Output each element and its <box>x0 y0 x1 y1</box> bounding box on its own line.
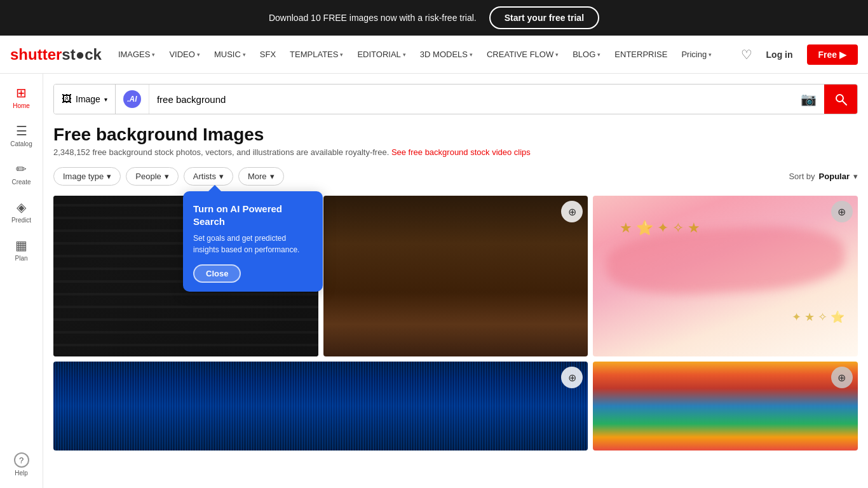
nav-editorial-chevron: ▾ <box>403 51 406 58</box>
filter-image-type-chevron: ▾ <box>107 172 111 181</box>
sidebar-item-predict[interactable]: ◈ Predict <box>0 194 43 229</box>
image-type-icon: 🖼 <box>62 93 72 105</box>
nav-pricing-chevron: ▾ <box>709 51 712 58</box>
create-icon: ✏ <box>16 161 27 177</box>
sidebar-item-help[interactable]: ? Help <box>0 447 43 482</box>
predict-icon: ◈ <box>17 200 26 215</box>
nav-video-chevron: ▾ <box>197 51 200 58</box>
search-type-chevron: ▾ <box>104 96 107 103</box>
wood-image <box>323 196 588 356</box>
filter-people[interactable]: People ▾ <box>126 167 178 186</box>
ai-search-badge[interactable]: .AI <box>116 85 149 114</box>
nav-3d-models[interactable]: 3D MODELS ▾ <box>415 46 478 63</box>
nav-3d-models-chevron: ▾ <box>470 51 473 58</box>
trial-button[interactable]: Start your free trial <box>489 6 599 29</box>
blue-image <box>53 362 588 451</box>
filter-more-chevron: ▾ <box>270 172 275 181</box>
sidebar: ⊞ Home ☰ Catalog ✏ Create ◈ Predict ▦ Pl… <box>0 74 43 488</box>
nav-music[interactable]: MUSIC ▾ <box>209 46 251 63</box>
tooltip-title: Turn on AI Powered Search <box>193 203 313 227</box>
image-grid: ⊕ ⊕ ★ ⭐ ✦ ✧ ★ ✦ ★ ✧ ⭐ ⊕ <box>53 196 858 451</box>
image-card-blue[interactable]: ⊕ <box>53 362 588 451</box>
page-title: Free background Images <box>53 125 858 145</box>
search-bar: 🖼 Image ▾ .AI 📷 <box>53 84 858 114</box>
image-card-pink[interactable]: ★ ⭐ ✦ ✧ ★ ✦ ★ ✧ ⭐ ⊕ <box>593 196 858 356</box>
nav-templates-chevron: ▾ <box>340 51 343 58</box>
top-banner: Download 10 FREE images now with a risk-… <box>0 0 868 36</box>
plan-icon: ▦ <box>15 238 27 253</box>
search-button[interactable] <box>824 85 857 114</box>
nav-music-chevron: ▾ <box>243 51 246 58</box>
nav-editorial[interactable]: EDITORIAL ▾ <box>352 46 410 63</box>
free-button[interactable]: Free ▶ <box>807 44 858 65</box>
logo-text: shutterst●ck <box>10 46 102 63</box>
sidebar-item-plan[interactable]: ▦ Plan <box>0 233 43 267</box>
nav-pricing[interactable]: Pricing ▾ <box>676 46 717 63</box>
nav-images-chevron: ▾ <box>152 51 155 58</box>
banner-message: Download 10 FREE images now with a risk-… <box>269 13 477 23</box>
colorful-image <box>593 362 858 451</box>
sidebar-item-catalog[interactable]: ☰ Catalog <box>0 118 43 152</box>
filter-people-chevron: ▾ <box>165 172 169 181</box>
ai-icon: .AI <box>123 90 141 108</box>
zoom-button-colorful[interactable]: ⊕ <box>831 367 853 388</box>
main-layout: ⊞ Home ☰ Catalog ✏ Create ◈ Predict ▦ Pl… <box>0 74 868 488</box>
filter-more[interactable]: More ▾ <box>238 167 284 186</box>
favorites-icon[interactable]: ♡ <box>741 47 752 62</box>
image-card-colorful[interactable]: ⊕ <box>593 362 858 451</box>
nav-blog[interactable]: BLOG ▾ <box>567 46 606 63</box>
home-icon: ⊞ <box>16 85 27 100</box>
svg-line-1 <box>843 101 846 105</box>
filter-artists[interactable]: Artists ▾ <box>184 167 233 186</box>
tooltip-close-button[interactable]: Close <box>193 264 241 283</box>
filters-bar: Image type ▾ People ▾ Artists ▾ More ▾ S… <box>53 167 858 186</box>
nav-blog-chevron: ▾ <box>597 51 600 58</box>
nav-video[interactable]: VIDEO ▾ <box>164 46 205 63</box>
login-button[interactable]: Log in <box>759 46 801 64</box>
search-icon <box>834 93 847 105</box>
content-area: 🖼 Image ▾ .AI 📷 Free background Images 2 <box>43 74 868 488</box>
zoom-button-pink[interactable]: ⊕ <box>831 201 853 222</box>
ai-tooltip-popup: Turn on AI Powered Search Set goals and … <box>183 191 323 292</box>
catalog-icon: ☰ <box>16 123 27 139</box>
sort-value: Popular <box>819 172 850 181</box>
help-icon: ? <box>14 452 29 468</box>
video-clips-link[interactable]: See free background stock video clips <box>391 147 531 157</box>
image-card-wood[interactable]: ⊕ <box>323 196 588 356</box>
search-input[interactable] <box>149 85 793 114</box>
logo[interactable]: shutterst●ck <box>10 46 102 64</box>
nav-creative-flow-chevron: ▾ <box>555 51 559 58</box>
nav-images[interactable]: IMAGES ▾ <box>113 46 161 63</box>
search-type-dropdown[interactable]: 🖼 Image ▾ <box>54 85 116 114</box>
sort-by-control[interactable]: Sort by Popular ▾ <box>789 172 858 181</box>
pink-image: ★ ⭐ ✦ ✧ ★ ✦ ★ ✧ ⭐ <box>593 196 858 356</box>
nav-sfx[interactable]: SFX <box>255 46 281 63</box>
sidebar-item-create[interactable]: ✏ Create <box>0 156 43 191</box>
page-subtitle: 2,348,152 free background stock photos, … <box>53 147 858 157</box>
ai-label-text: .AI <box>127 95 137 104</box>
nav-templates[interactable]: TEMPLATES ▾ <box>285 46 348 63</box>
sidebar-item-home[interactable]: ⊞ Home <box>0 80 43 114</box>
reverse-image-search-button[interactable]: 📷 <box>793 85 824 114</box>
header: shutterst●ck IMAGES ▾ VIDEO ▾ MUSIC ▾ SF… <box>0 36 868 74</box>
sort-chevron: ▾ <box>853 172 858 181</box>
filter-image-type[interactable]: Image type ▾ <box>53 167 121 186</box>
nav-creative-flow[interactable]: CREATIVE FLOW ▾ <box>482 46 564 63</box>
tooltip-body: Set goals and get predicted insights bas… <box>193 233 313 255</box>
filter-artists-chevron: ▾ <box>219 172 224 181</box>
header-right: ♡ Log in Free ▶ <box>741 44 858 65</box>
nav-enterprise[interactable]: ENTERPRISE <box>609 46 672 63</box>
